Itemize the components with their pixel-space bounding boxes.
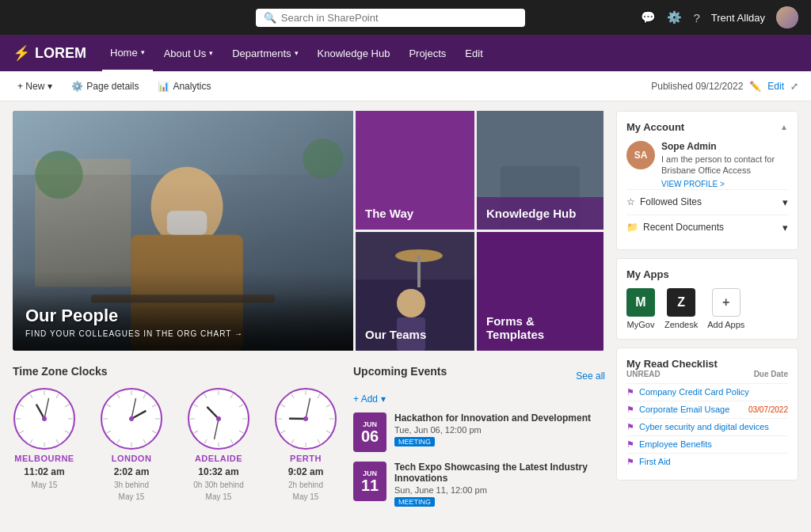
event-title-1[interactable]: Hackathon for Innovation and Development (394, 412, 605, 424)
event-title-2[interactable]: Tech Expo Showcasing the Latest Industry… (394, 462, 605, 484)
search-icon: 🔍 (264, 12, 276, 24)
read-checklist-card: My Read Checklist UNREAD Due Date ⚑ Comp… (616, 348, 798, 481)
hero-tile-forms-templates-label: Forms & Templates (477, 305, 603, 351)
nav-item-about[interactable]: About Us ▾ (156, 35, 221, 71)
toolbar-left: + New ▾ ⚙️ Page details 📊 Analytics (13, 79, 215, 93)
avatar[interactable] (776, 6, 798, 28)
toolbar-right: Published 09/12/2022 ✏️ Edit ⤢ (651, 81, 798, 92)
event-day-2: 11 (361, 477, 379, 493)
mygov-icon: M (626, 288, 655, 317)
nav-item-departments[interactable]: Departments ▾ (224, 35, 306, 71)
nav-item-knowledge[interactable]: Knowledge Hub (310, 35, 398, 71)
hero-grid: Our People FIND YOUR COLLEAGUES IN THE O… (13, 111, 605, 351)
main-content: Our People FIND YOUR COLLEAGUES IN THE O… (0, 101, 811, 526)
nav-item-home[interactable]: Home ▾ (102, 35, 153, 71)
checklist-header-row: My Read Checklist (626, 358, 788, 370)
settings-icon[interactable]: ⚙️ (667, 10, 682, 25)
app-mygov[interactable]: M MyGov (626, 288, 655, 329)
event-day-1: 06 (361, 428, 379, 444)
search-input[interactable] (281, 12, 517, 24)
my-account-card: My Account ▲ SA Sope Admin I am the pers… (616, 111, 798, 250)
edit-button[interactable]: Edit (767, 81, 784, 92)
add-event-button[interactable]: + Add ▾ (353, 393, 605, 405)
clock-detail-perth-date: May 15 (293, 492, 319, 501)
hero-tile-the-way-label: The Way (356, 197, 423, 230)
checklist-text-1[interactable]: Company Credit Card Policy (639, 387, 783, 397)
bottom-section: Time Zone Clocks (13, 365, 605, 516)
my-apps-label: My Apps (626, 268, 669, 280)
clock-perth: PERTH 9:02 am 2h behind May 15 (274, 387, 337, 501)
svg-point-9 (303, 139, 344, 179)
chevron-down-icon: ▾ (381, 393, 386, 405)
clock-detail-london-behind: 3h behind (114, 481, 149, 489)
expand-icon[interactable]: ⤢ (790, 81, 798, 92)
app-zendesk[interactable]: Z Zendesk (664, 288, 698, 329)
event-item-2: JUN 11 Tech Expo Showcasing the Latest I… (353, 462, 605, 507)
account-desc: I am the person to contact for Brisbane … (661, 154, 788, 177)
clock-face-perth (274, 387, 337, 450)
followed-sites[interactable]: ☆ Followed Sites ▾ (626, 189, 788, 215)
hero-main-overlay: Our People FIND YOUR COLLEAGUES IN THE O… (13, 293, 353, 351)
clock-city-melbourne: MELBOURNE (14, 454, 74, 463)
svg-rect-19 (417, 256, 421, 287)
see-all-link[interactable]: See all (576, 370, 605, 382)
event-date-box-2: JUN 11 (353, 462, 386, 501)
hero-tile-knowledge-hub[interactable]: Knowledge Hub (477, 111, 603, 230)
account-name: Sope Admin (661, 141, 788, 152)
checklist-icon-3: ⚑ (626, 422, 634, 432)
clock-city-london: LONDON (112, 454, 152, 463)
hero-tile-forms-templates[interactable]: Forms & Templates (477, 232, 603, 351)
toolbar: + New ▾ ⚙️ Page details 📊 Analytics Publ… (0, 71, 811, 101)
chevron-up-icon: ▲ (780, 123, 788, 131)
account-text: Sope Admin I am the person to contact fo… (661, 141, 788, 189)
zendesk-label: Zendesk (664, 320, 698, 329)
help-icon[interactable]: ? (693, 11, 699, 25)
checklist-text-5[interactable]: First Aid (639, 457, 783, 466)
nav-item-projects[interactable]: Projects (401, 35, 454, 71)
events-list: JUN 06 Hackathon for Innovation and Deve… (353, 412, 605, 507)
checklist-text-4[interactable]: Employee Benefits (639, 439, 783, 449)
clock-adelaide: ADELAIDE 10:32 am 0h 30h behind May 15 (187, 387, 250, 501)
clock-detail-adelaide-behind: 0h 30h behind (193, 481, 243, 489)
view-profile-link[interactable]: VIEW PROFILE > (661, 180, 725, 188)
clocks-section: Time Zone Clocks (13, 365, 337, 504)
site-logo[interactable]: ⚡ LOREM (13, 44, 86, 62)
new-button[interactable]: + New ▾ (13, 79, 57, 93)
analytics-icon: 📊 (158, 81, 169, 92)
zendesk-icon: Z (667, 288, 695, 317)
svg-point-4 (151, 167, 223, 247)
nav-item-edit[interactable]: Edit (457, 35, 490, 71)
hero-tile-our-teams[interactable]: Our Teams (356, 232, 474, 351)
checklist-icon-1: ⚑ (626, 387, 634, 397)
mygov-label: MyGov (627, 320, 655, 329)
event-details-2: Tech Expo Showcasing the Latest Industry… (394, 462, 605, 507)
page-details-button[interactable]: ⚙️ Page details (67, 79, 143, 93)
top-icons: 💬 ⚙️ ? Trent Allday (641, 6, 798, 28)
event-date-box-1: JUN 06 (353, 412, 386, 452)
search-box[interactable]: 🔍 (256, 9, 525, 27)
analytics-button[interactable]: 📊 Analytics (153, 79, 215, 93)
checklist-unread-col: UNREAD (626, 370, 661, 378)
svg-point-20 (397, 289, 425, 317)
checklist-due-col: Due Date (754, 370, 788, 378)
clock-city-perth: PERTH (290, 454, 322, 463)
clock-detail-melbourne: May 15 (32, 481, 58, 489)
hero-tile-the-way[interactable]: The Way (356, 111, 474, 230)
clock-detail-perth-behind: 2h behind (288, 481, 323, 489)
clock-melbourne: MELBOURNE 11:02 am May 15 (13, 387, 76, 501)
checklist-text-3[interactable]: Cyber security and digital devices (639, 422, 783, 431)
app-add[interactable]: + Add Apps (707, 288, 744, 329)
hero-main-sub[interactable]: FIND YOUR COLLEAGUES IN THE ORG CHART → (25, 329, 341, 338)
chevron-down-icon: ▾ (295, 49, 299, 57)
hero-main-tile[interactable]: Our People FIND YOUR COLLEAGUES IN THE O… (13, 111, 353, 351)
recent-docs[interactable]: 📁 Recent Documents ▾ (626, 215, 788, 240)
clock-detail-adelaide-date: May 15 (206, 492, 232, 501)
checklist-text-2[interactable]: Corporate Email Usage (639, 405, 744, 414)
svg-point-8 (35, 151, 83, 200)
svg-point-69 (216, 416, 221, 421)
chat-icon[interactable]: 💬 (641, 10, 656, 25)
chevron-down-icon: ▾ (141, 48, 145, 56)
my-account-header[interactable]: My Account ▲ (626, 121, 788, 133)
svg-point-53 (129, 416, 134, 421)
my-apps-header: My Apps (626, 268, 788, 280)
